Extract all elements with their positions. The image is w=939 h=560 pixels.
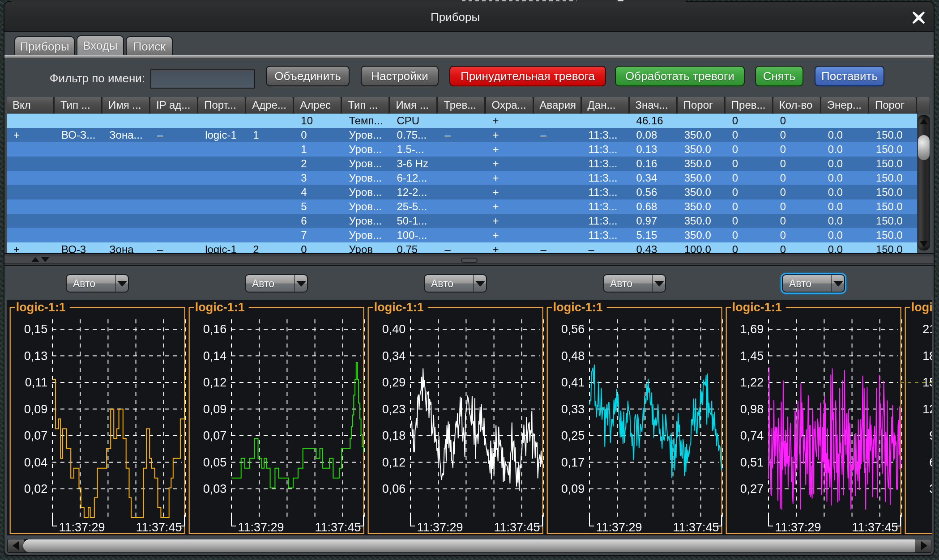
svg-text:11:37:29: 11:37:29 xyxy=(596,521,642,534)
svg-text:logic-1:1: logic-1:1 xyxy=(16,301,66,314)
svg-text:180: 180 xyxy=(922,349,932,363)
svg-text:0,74: 0,74 xyxy=(740,429,764,442)
svg-text:11:37:29: 11:37:29 xyxy=(238,521,284,534)
svg-text:0,51: 0,51 xyxy=(740,456,764,469)
svg-text:0,48: 0,48 xyxy=(561,349,585,363)
svg-text:0,05: 0,05 xyxy=(203,456,227,469)
svg-text:1,22: 1,22 xyxy=(740,376,764,389)
svg-text:0,09: 0,09 xyxy=(203,403,227,416)
svg-text:0,27: 0,27 xyxy=(740,482,764,496)
svg-text:0,07: 0,07 xyxy=(24,429,48,442)
svg-text:logic-1:1: logic-1:1 xyxy=(195,301,245,314)
svg-text:0,18: 0,18 xyxy=(382,429,406,442)
svg-text:11:37:45: 11:37:45 xyxy=(494,521,540,534)
svg-text:30: 30 xyxy=(929,482,932,496)
svg-text:0,12: 0,12 xyxy=(203,376,227,389)
svg-text:0,25: 0,25 xyxy=(561,429,585,442)
svg-text:0,41: 0,41 xyxy=(561,376,585,389)
svg-text:logic-1:1: logic-1:1 xyxy=(911,301,932,314)
svg-text:0,56: 0,56 xyxy=(561,322,585,336)
svg-text:0,09: 0,09 xyxy=(561,482,585,496)
svg-text:0,02: 0,02 xyxy=(24,482,48,496)
svg-text:0,33: 0,33 xyxy=(561,403,585,416)
svg-text:0,06: 0,06 xyxy=(382,482,406,496)
svg-text:0,09: 0,09 xyxy=(24,403,48,416)
svg-text:0,12: 0,12 xyxy=(382,456,406,469)
svg-text:0,29: 0,29 xyxy=(382,376,406,389)
svg-text:90: 90 xyxy=(929,429,932,442)
svg-text:11:37:45: 11:37:45 xyxy=(315,521,361,534)
svg-text:0,13: 0,13 xyxy=(24,349,48,363)
svg-text:1,45: 1,45 xyxy=(740,349,764,363)
svg-text:1,69: 1,69 xyxy=(740,322,764,336)
svg-text:11:37:29: 11:37:29 xyxy=(59,521,105,534)
svg-text:0,40: 0,40 xyxy=(382,322,406,336)
svg-text:11:37:45: 11:37:45 xyxy=(673,521,719,534)
svg-text:11:37:45: 11:37:45 xyxy=(852,521,898,534)
svg-text:0,03: 0,03 xyxy=(203,482,227,496)
svg-text:0,98: 0,98 xyxy=(740,403,764,416)
svg-text:0,15: 0,15 xyxy=(24,322,48,336)
svg-text:11:37:45: 11:37:45 xyxy=(136,521,182,534)
svg-text:0,07: 0,07 xyxy=(203,429,227,442)
svg-text:logic-1:1: logic-1:1 xyxy=(732,301,782,314)
svg-text:0,11: 0,11 xyxy=(25,376,48,389)
svg-text:0,23: 0,23 xyxy=(382,403,406,416)
svg-text:logic-1:1: logic-1:1 xyxy=(553,301,603,314)
svg-text:0,17: 0,17 xyxy=(561,456,585,469)
svg-text:0,16: 0,16 xyxy=(203,322,227,336)
svg-text:0,14: 0,14 xyxy=(203,349,227,363)
svg-text:120: 120 xyxy=(922,403,932,416)
svg-text:60: 60 xyxy=(929,456,932,469)
svg-text:0,34: 0,34 xyxy=(382,349,406,363)
svg-text:logic-1:1: logic-1:1 xyxy=(374,301,424,314)
svg-text:0,04: 0,04 xyxy=(24,456,48,469)
svg-text:11:37:29: 11:37:29 xyxy=(775,521,821,534)
svg-text:11:37:29: 11:37:29 xyxy=(417,521,463,534)
svg-text:210: 210 xyxy=(922,322,932,336)
